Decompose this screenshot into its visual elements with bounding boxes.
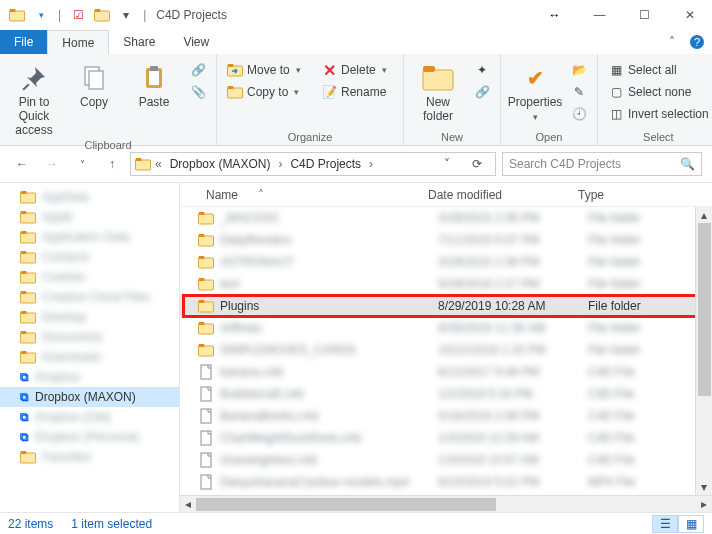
search-input[interactable]: Search C4D Projects 🔍 bbox=[502, 152, 702, 176]
file-row[interactable]: CharWeightDustShots.c4d1/3/2019 12:29 AM… bbox=[180, 427, 712, 449]
file-row[interactable]: test5/29/2019 2:27 PMFile folder bbox=[180, 273, 712, 295]
nav-item[interactable]: Downloads bbox=[0, 347, 179, 367]
copy-button[interactable]: Copy bbox=[66, 58, 122, 137]
scroll-thumb-vertical[interactable] bbox=[698, 223, 711, 396]
new-item-button[interactable]: ✦ bbox=[470, 60, 494, 80]
file-name: charweightest.c4d bbox=[220, 453, 438, 467]
nav-item[interactable]: Documents bbox=[0, 327, 179, 347]
qat-menu-chevron-icon[interactable]: ▾ bbox=[115, 4, 137, 26]
navigation-pane[interactable]: AppDataAppleApplication DataContactsCook… bbox=[0, 183, 180, 512]
file-name: _MACOSX bbox=[220, 211, 438, 225]
nav-item[interactable]: Application Data bbox=[0, 227, 179, 247]
address-bar[interactable]: « Dropbox (MAXON) › C4D Projects › ˅ ⟳ bbox=[130, 152, 496, 176]
tab-view[interactable]: View bbox=[169, 30, 223, 54]
file-row[interactable]: Plugins8/29/2019 10:28 AMFile folder bbox=[180, 295, 712, 317]
edit-button[interactable]: ✎ bbox=[567, 82, 591, 102]
svg-rect-35 bbox=[21, 331, 27, 334]
open-button[interactable]: 📂 bbox=[567, 60, 591, 80]
nav-item[interactable]: Cookies bbox=[0, 267, 179, 287]
nav-forward-button[interactable]: → bbox=[40, 152, 64, 176]
file-row[interactable]: BananaBonko.c4d5/16/2018 2:09 PMC4D File bbox=[180, 405, 712, 427]
maximize-button[interactable]: ☐ bbox=[622, 0, 667, 30]
chevron-right-icon[interactable]: › bbox=[276, 157, 284, 171]
nav-item[interactable]: Favorites bbox=[0, 447, 179, 467]
ribbon-expand-button[interactable]: ˄ bbox=[662, 30, 682, 54]
vertical-scrollbar[interactable]: ▴ ▾ bbox=[695, 207, 712, 495]
file-row[interactable]: Bubblecraft.c4d1/2/2019 5:16 PMC4D File bbox=[180, 383, 712, 405]
select-all-button[interactable]: ▦Select all bbox=[604, 60, 712, 80]
column-name[interactable]: Name˄ bbox=[180, 188, 428, 202]
svg-rect-3 bbox=[95, 9, 101, 12]
paste-shortcut-button[interactable]: 📎 bbox=[186, 82, 210, 102]
nav-item[interactable]: Creative Cloud Files bbox=[0, 287, 179, 307]
easy-access-button[interactable]: 🔗 bbox=[470, 82, 494, 102]
tab-file[interactable]: File bbox=[0, 30, 47, 54]
view-icons-button[interactable]: ▦ bbox=[678, 515, 704, 533]
file-row[interactable]: _MACOSX3/29/2015 2:36 PMFile folder bbox=[180, 207, 712, 229]
view-details-button[interactable]: ☰ bbox=[652, 515, 678, 533]
nav-item[interactable]: ⧉Dropbox (Old) bbox=[0, 407, 179, 427]
properties-button[interactable]: ✔ Properties ▾ bbox=[507, 58, 563, 129]
nav-item[interactable]: Desktop bbox=[0, 307, 179, 327]
svg-rect-53 bbox=[199, 344, 205, 347]
qat-folder-icon[interactable] bbox=[6, 4, 28, 26]
tab-home[interactable]: Home bbox=[47, 30, 109, 54]
file-row[interactable]: DailyRenders7/11/2019 5:07 PMFile folder bbox=[180, 229, 712, 251]
tab-share[interactable]: Share bbox=[109, 30, 169, 54]
chevron-right2-icon[interactable]: › bbox=[367, 157, 375, 171]
delete-button[interactable]: ✕ Delete▾ bbox=[317, 60, 397, 80]
nav-item[interactable]: Apple bbox=[0, 207, 179, 227]
copy-path-button[interactable]: 🔗 bbox=[186, 60, 210, 80]
scroll-thumb-horizontal[interactable] bbox=[196, 498, 496, 511]
close-button[interactable]: ✕ bbox=[667, 0, 712, 30]
nav-recent-button[interactable]: ˅ bbox=[70, 152, 94, 176]
copy-to-button[interactable]: Copy to▾ bbox=[223, 82, 313, 102]
resize-horizontal-icon[interactable]: ↔ bbox=[532, 0, 577, 30]
qat-folder2-icon[interactable] bbox=[91, 4, 113, 26]
scroll-left-icon[interactable]: ◂ bbox=[180, 496, 196, 512]
minimize-button[interactable]: — bbox=[577, 0, 622, 30]
new-folder-button[interactable]: New folder bbox=[410, 58, 466, 129]
copy-to-label: Copy to bbox=[247, 85, 288, 99]
qat-check-icon[interactable]: ☑ bbox=[67, 4, 89, 26]
move-to-button[interactable]: Move to▾ bbox=[223, 60, 313, 80]
nav-item[interactable]: AppData bbox=[0, 187, 179, 207]
nav-item[interactable]: ⧉Dropbox bbox=[0, 367, 179, 387]
history-button[interactable]: 🕘 bbox=[567, 104, 591, 124]
scroll-up-icon[interactable]: ▴ bbox=[696, 207, 712, 223]
file-row[interactable]: SIMPLEMOVES_CARDS10/22/2018 1:15 PMFile … bbox=[180, 339, 712, 361]
nav-item[interactable]: ⧉Dropbox (MAXON) bbox=[0, 387, 179, 407]
breadcrumb-seg2[interactable]: C4D Projects bbox=[286, 157, 365, 171]
rename-button[interactable]: 📝 Rename bbox=[317, 82, 397, 102]
invert-selection-button[interactable]: ◫Invert selection bbox=[604, 104, 712, 124]
select-none-button[interactable]: ▢Select none bbox=[604, 82, 712, 102]
file-type: C4D File bbox=[588, 387, 712, 401]
refresh-button[interactable]: ⟳ bbox=[463, 157, 491, 171]
paste-button[interactable]: Paste bbox=[126, 58, 182, 137]
qat-arrow-down-icon[interactable]: ▾ bbox=[30, 4, 52, 26]
file-row[interactable]: charweightest.c4d1/3/2019 10:57 AMC4D Fi… bbox=[180, 449, 712, 471]
help-button[interactable]: ? bbox=[682, 30, 712, 54]
svg-rect-28 bbox=[21, 273, 36, 283]
nav-up-button[interactable]: ↑ bbox=[100, 152, 124, 176]
horizontal-scrollbar[interactable]: ◂ ▸ bbox=[180, 495, 712, 512]
column-date[interactable]: Date modified bbox=[428, 188, 578, 202]
svg-rect-56 bbox=[201, 409, 211, 423]
file-row[interactable]: shffmax8/30/2019 11:35 AMFile folder bbox=[180, 317, 712, 339]
svg-rect-11 bbox=[150, 66, 158, 71]
column-type[interactable]: Type bbox=[578, 188, 712, 202]
pin-to-quick-access-button[interactable]: Pin to Quick access bbox=[6, 58, 62, 137]
file-row[interactable]: DaisyshacanaCryobox-models.mp48/10/2019 … bbox=[180, 471, 712, 493]
nav-item[interactable]: Contacts bbox=[0, 247, 179, 267]
check-icon: ✔ bbox=[519, 62, 551, 94]
addr-dropdown-button[interactable]: ˅ bbox=[433, 157, 461, 171]
scroll-down-icon[interactable]: ▾ bbox=[696, 479, 712, 495]
breadcrumb-seg1[interactable]: Dropbox (MAXON) bbox=[166, 157, 275, 171]
svg-rect-37 bbox=[21, 351, 27, 354]
file-row[interactable]: ASTRONAUT3/29/2015 2:36 PMFile folder bbox=[180, 251, 712, 273]
nav-back-button[interactable]: ← bbox=[10, 152, 34, 176]
nav-item[interactable]: ⧉Dropbox (Personal) bbox=[0, 427, 179, 447]
file-row[interactable]: banana.c4d6/12/2017 5:46 PMC4D File bbox=[180, 361, 712, 383]
scroll-right-icon[interactable]: ▸ bbox=[696, 496, 712, 512]
file-name: shffmax bbox=[220, 321, 438, 335]
